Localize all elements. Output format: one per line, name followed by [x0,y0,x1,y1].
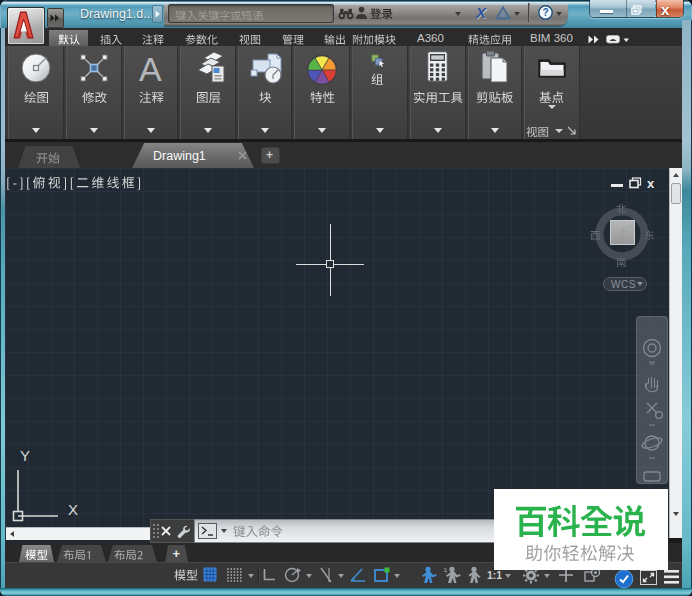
svg-text:X: X [68,501,78,518]
svg-text:Y: Y [20,447,30,464]
svg-text:?: ? [542,7,548,18]
